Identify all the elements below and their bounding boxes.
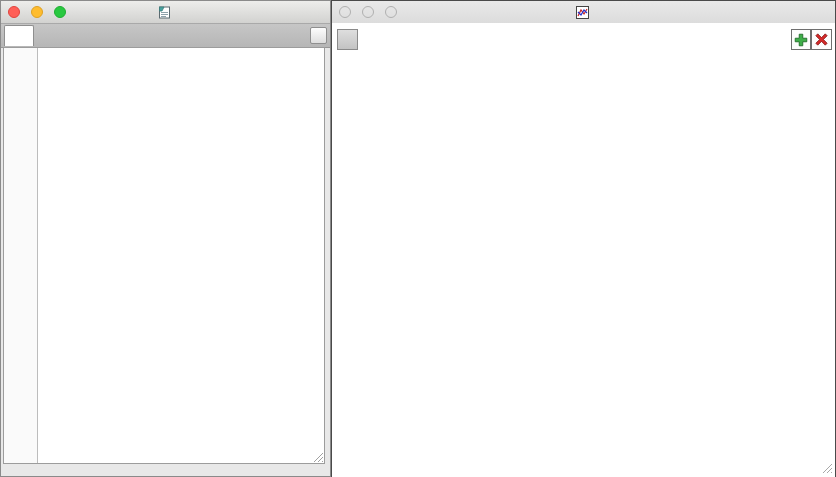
layer-tab-1[interactable] <box>337 29 358 50</box>
new-tab-button[interactable] <box>310 27 327 44</box>
line-number-gutter <box>4 48 38 463</box>
zoom-button[interactable] <box>54 6 66 18</box>
graph-canvas[interactable] <box>332 23 835 477</box>
notes-window <box>0 0 331 477</box>
tab-bar <box>1 24 330 48</box>
close-layer-button[interactable] <box>811 29 832 50</box>
zoom-button[interactable] <box>385 6 397 18</box>
minimize-button[interactable] <box>31 6 43 18</box>
add-layer-button[interactable] <box>791 29 811 50</box>
code-area[interactable] <box>38 48 324 463</box>
graph-titlebar[interactable] <box>332 1 835 24</box>
plus-icon <box>793 32 809 48</box>
editor-resize-grip[interactable] <box>311 450 324 463</box>
graph-icon <box>575 5 590 20</box>
notes-titlebar[interactable] <box>1 1 330 24</box>
window-resize-grip[interactable] <box>820 461 833 474</box>
tab-script[interactable] <box>4 25 34 46</box>
graph-window <box>331 0 836 477</box>
minimize-button[interactable] <box>362 6 374 18</box>
close-button[interactable] <box>8 6 20 18</box>
script-editor[interactable] <box>3 47 325 464</box>
notes-icon <box>157 5 172 20</box>
close-button[interactable] <box>339 6 351 18</box>
close-x-icon <box>813 31 830 48</box>
